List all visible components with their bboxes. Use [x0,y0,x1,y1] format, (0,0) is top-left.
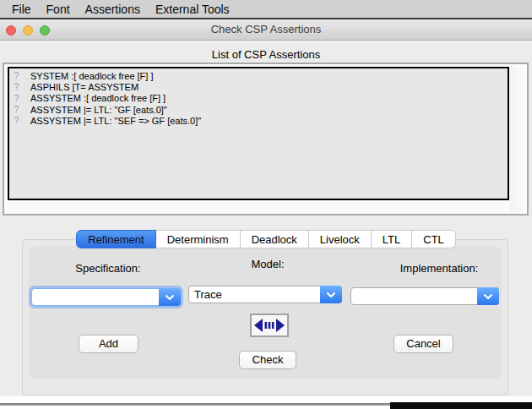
tab-refinement[interactable]: Refinement [76,230,155,248]
assertion-row[interactable]: ? ASSYSTEM |= LTL: "GF [eats.0]" [9,104,508,115]
vertical-scroll-track [510,66,525,212]
assertion-text: SYSTEM :[ deadlock free [F] ] [30,71,154,81]
double-arrow-icon [254,319,285,332]
chevron-down-icon [327,292,335,297]
tab-determinism[interactable]: Determinism [156,230,241,248]
model-label: Model: [217,258,318,270]
specification-dropdown-button[interactable] [159,288,181,306]
question-status-icon: ? [13,71,20,80]
assertions-listbox[interactable]: ? SYSTEM :[ deadlock free [F] ] ? ASPHIL… [8,67,509,200]
tab-ctl[interactable]: CTL [412,230,456,248]
title-bar: Check CSP Assertions [0,19,532,41]
check-button[interactable]: Check [239,351,296,369]
horizontal-scroll-track [6,200,510,212]
menu-file[interactable]: File [4,3,39,16]
question-status-icon: ? [13,105,20,114]
question-status-icon: ? [13,116,20,125]
tab-livelock[interactable]: Livelock [309,230,372,248]
zoom-button[interactable] [40,25,50,35]
close-button[interactable] [6,25,16,35]
question-status-icon: ? [13,94,20,103]
implementation-combobox[interactable] [350,287,499,305]
assertions-list-frame: ? SYSTEM :[ deadlock free [F] ] ? ASPHIL… [3,63,529,215]
model-dropdown-button[interactable] [320,286,342,303]
background-window-edge [390,402,532,409]
assertion-row[interactable]: ? SYSTEM :[ deadlock free [F] ] [9,70,508,81]
assertion-text: ASPHILS [T= ASSYSTEM [30,82,138,92]
menu-bar: File Font Assertions External Tools [0,0,532,19]
assertion-row[interactable]: ? ASSYSTEM :[ deadlock free [F] ] [9,93,508,104]
model-value: Trace [194,286,318,303]
specification-label: Specification: [49,262,167,275]
question-status-icon: ? [13,82,20,91]
assertion-row[interactable]: ? ASPHILS [T= ASSYSTEM [9,81,508,92]
tab-bar: Refinement Determinism Deadlock Livelock… [0,230,532,248]
implementation-label: Implementation: [380,262,498,275]
implementation-dropdown-button[interactable] [477,287,499,305]
assertion-text: ASSYSTEM |= LTL: "SEF => GF [eats.0]" [30,116,201,126]
chevron-down-icon [166,295,174,300]
assertion-text: ASSYSTEM :[ deadlock free [F] ] [30,93,166,103]
window-title: Check CSP Assertions [0,19,532,40]
assertion-row[interactable]: ? ASSYSTEM |= LTL: "SEF => GF [eats.0]" [9,115,508,126]
tab-deadlock[interactable]: Deadlock [241,230,309,248]
menu-external-tools[interactable]: External Tools [148,3,237,16]
minimize-button[interactable] [23,25,33,35]
app-window: File Font Assertions External Tools Chec… [0,0,532,409]
tab-ltl[interactable]: LTL [372,230,412,248]
assertions-heading: List of CSP Assertions [0,48,532,61]
add-button[interactable]: Add [79,335,138,353]
assertion-text: ASSYSTEM |= LTL: "GF [eats.0]" [30,105,167,115]
model-combobox[interactable]: Trace [188,286,342,303]
cancel-button[interactable]: Cancel [394,335,453,353]
swap-spec-impl-button[interactable] [250,314,289,337]
specification-combobox[interactable] [31,288,181,306]
menu-assertions[interactable]: Assertions [78,3,148,16]
chevron-down-icon [484,294,492,299]
menu-font[interactable]: Font [39,3,78,16]
